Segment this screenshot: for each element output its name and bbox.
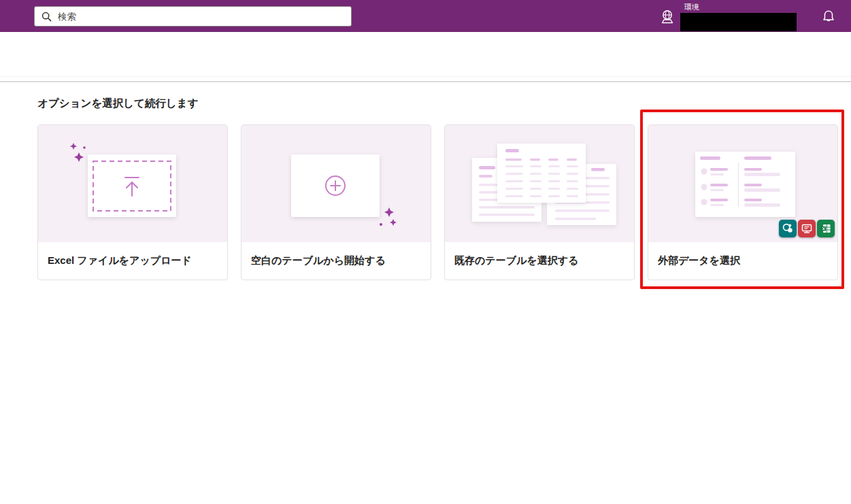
bell-icon — [822, 10, 835, 24]
card-upload-excel-file[interactable]: Excel ファイルをアップロード — [37, 124, 228, 280]
search-icon — [41, 12, 58, 22]
sharepoint-icon — [779, 220, 797, 237]
excel-icon — [817, 220, 835, 237]
table-sheets-graphic — [445, 125, 634, 242]
upload-illustration — [38, 125, 227, 242]
card-start-blank-table[interactable]: 空白のテーブルから開始する — [241, 124, 431, 280]
environment-label: 環境 — [684, 3, 699, 12]
card-select-external-data[interactable]: 外部データを選択 — [648, 124, 838, 280]
upload-dashed-box-graphic — [38, 125, 227, 242]
blank-table-illustration — [241, 125, 431, 242]
existing-tables-illustration — [445, 125, 634, 242]
external-data-illustration — [648, 125, 837, 242]
card-label: 空白のテーブルから開始する — [241, 242, 431, 267]
card-label: 外部データを選択 — [648, 242, 837, 267]
app-window: 環境 オプションを選択して続行します — [0, 0, 851, 504]
command-bar — [0, 32, 851, 77]
notifications-button[interactable] — [819, 7, 838, 26]
search-input[interactable] — [58, 12, 344, 22]
page-title: オプションを選択して続行します — [37, 97, 199, 111]
card-select-existing-table[interactable]: 既存のテーブルを選択する — [444, 124, 635, 280]
environment-name-redacted[interactable] — [680, 13, 797, 31]
card-label: Excel ファイルをアップロード — [38, 242, 227, 267]
top-header: 環境 — [0, 0, 851, 32]
search-box[interactable] — [34, 6, 352, 27]
add-circle-graphic — [241, 125, 431, 242]
content-divider — [0, 81, 851, 82]
monitor-app-icon — [798, 220, 816, 237]
environment-icon — [658, 9, 676, 25]
card-label: 既存のテーブルを選択する — [445, 242, 634, 267]
